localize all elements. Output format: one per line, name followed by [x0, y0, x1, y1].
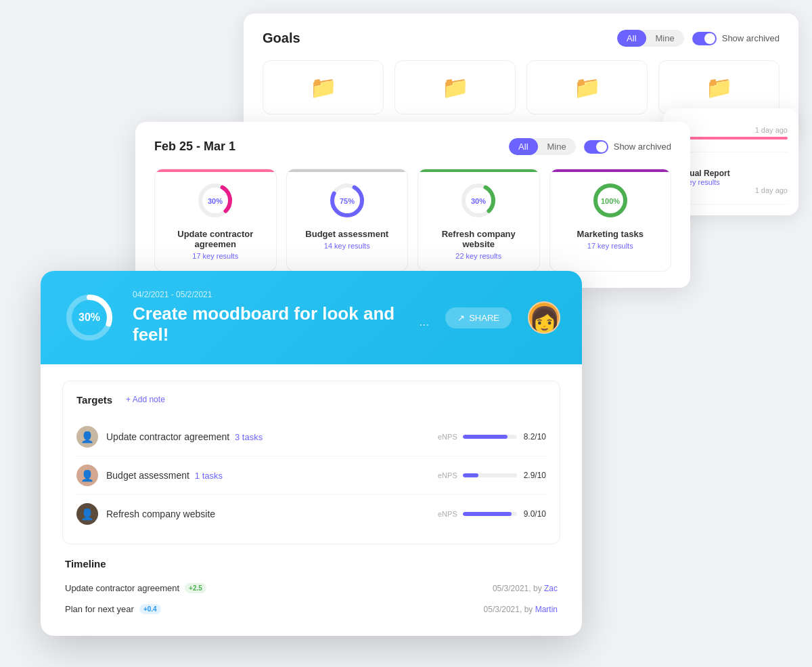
- enps-bar-container-3: [463, 512, 517, 516]
- target-row-3: 👤 Refresh company website eNPS 9.0/10: [76, 495, 546, 533]
- sprint-card-1[interactable]: 30% Update contractor agreemen 17 key re…: [154, 169, 277, 272]
- sprint-card-2-donut: 75%: [298, 180, 397, 221]
- goals-filter-all[interactable]: All: [617, 30, 646, 47]
- card-header: 30% 04/2/2021 - 05/2/2021 Create moodboa…: [41, 271, 582, 364]
- timeline-meta-2: 05/3/2021, by Martin: [484, 605, 558, 614]
- sprint-card-1-donut: 30%: [166, 180, 265, 221]
- folder-icon-3: 📁: [574, 74, 601, 100]
- goals-controls: All Mine Show archived: [617, 30, 780, 47]
- enps-value-3: 9.0/10: [522, 509, 546, 519]
- timeline-item-name-1: Update contractor agreement +2.5: [65, 583, 206, 593]
- sprint-card-4-meta: 17 key results: [561, 242, 660, 250]
- goals-filter-group: All Mine: [617, 30, 684, 47]
- sprint-card-1-meta: 17 key results: [166, 252, 265, 260]
- timeline-row-2: Plan for next year +0.4 05/3/2021, by Ma…: [65, 599, 558, 620]
- folder-card-1[interactable]: 📁: [263, 60, 384, 114]
- sprint-controls: All Mine Show archived: [509, 138, 671, 155]
- card-avatar: 👩: [528, 301, 560, 334]
- add-note-button[interactable]: + Add note: [120, 392, 171, 407]
- svg-text:100%: 100%: [601, 197, 620, 205]
- right-item-time-2: 1 day ago: [674, 186, 788, 194]
- sprint-filter-group: All Mine: [509, 138, 576, 155]
- goals-title: Goals: [263, 30, 300, 46]
- target-avatar-3: 👤: [76, 503, 98, 525]
- enps-label-3: eNPS: [438, 510, 457, 518]
- sprint-card-3-meta: 22 key results: [429, 252, 528, 260]
- target-avatar-2: 👤: [76, 465, 98, 486]
- timeline-badge-1: +2.5: [185, 583, 206, 593]
- card-header-info: 04/2/2021 - 05/2/2021 Create moodboard f…: [133, 290, 429, 345]
- folder-card-3[interactable]: 📁: [526, 60, 648, 114]
- target-name-3: Refresh company website: [106, 509, 430, 519]
- target-tasks-2[interactable]: 1 tasks: [195, 471, 223, 481]
- targets-title: Targets: [76, 394, 112, 406]
- sprint-panel: Feb 25 - Mar 1 All Mine Show archived 30…: [135, 122, 690, 288]
- target-tasks-1[interactable]: 3 tasks: [235, 432, 263, 442]
- goals-toggle-container: Show archived: [692, 32, 780, 45]
- folder-icon-4: 📁: [706, 74, 733, 100]
- targets-header: Targets + Add note: [76, 392, 546, 407]
- svg-text:75%: 75%: [340, 197, 355, 205]
- svg-text:30%: 30%: [471, 197, 486, 205]
- right-item-2[interactable]: 0% Annual Report 17 key results 1 day ag…: [674, 152, 788, 205]
- right-item-name: Annual Report: [674, 169, 788, 178]
- enps-bar-container-2: [463, 473, 517, 477]
- sprint-show-archived-toggle[interactable]: [584, 140, 608, 154]
- timeline-item-name-2: Plan for next year +0.4: [65, 604, 161, 614]
- share-button[interactable]: ↗ SHARE: [445, 307, 512, 328]
- sprint-card-2-name: Budget assessment: [298, 229, 397, 239]
- sprint-cards: 30% Update contractor agreemen 17 key re…: [154, 169, 671, 272]
- right-item-keyresults: 17 key results: [674, 178, 788, 186]
- target-avatar-1: 👤: [76, 426, 98, 448]
- sprint-card-3-donut: 30%: [429, 180, 528, 221]
- right-item-time-1: 1 day ago: [674, 126, 788, 134]
- card-body: Targets + Add note 👤 Update contractor a…: [41, 364, 582, 636]
- target-enps-2: eNPS 2.9/10: [438, 471, 546, 480]
- sprint-toggle-container: Show archived: [584, 140, 671, 154]
- enps-bar-2: [463, 473, 478, 477]
- right-item-1: 1 day ago: [674, 119, 788, 152]
- sprint-card-4[interactable]: 100% Marketing tasks 17 key results: [549, 169, 672, 272]
- goals-filter-mine[interactable]: Mine: [646, 30, 684, 47]
- sprint-header: Feb 25 - Mar 1 All Mine Show archived: [154, 138, 671, 155]
- avatar-face: 👩: [528, 307, 560, 333]
- timeline-author-1[interactable]: Zac: [544, 584, 558, 593]
- timeline-row-1: Update contractor agreement +2.5 05/3/20…: [65, 578, 558, 599]
- share-label: SHARE: [469, 313, 499, 323]
- enps-bar-container-1: [463, 435, 517, 439]
- target-enps-3: eNPS 9.0/10: [438, 509, 546, 519]
- enps-bar-3: [463, 512, 512, 516]
- timeline-badge-2: +0.4: [139, 604, 161, 614]
- main-card: 30% 04/2/2021 - 05/2/2021 Create moodboa…: [41, 271, 582, 636]
- target-enps-1: eNPS 8.2/10: [438, 432, 546, 442]
- target-row-2: 👤 Budget assessment 1 tasks eNPS 2.9/10: [76, 456, 546, 495]
- timeline-section: Timeline Update contractor agreement +2.…: [62, 558, 560, 620]
- folder-icon-2: 📁: [442, 74, 469, 100]
- card-donut-percent: 30%: [78, 311, 100, 324]
- sprint-filter-all[interactable]: All: [509, 138, 537, 155]
- sprint-card-1-name: Update contractor agreemen: [166, 229, 265, 249]
- sprint-card-3-name: Refresh company website: [429, 229, 528, 249]
- timeline-author-2[interactable]: Martin: [535, 605, 558, 614]
- enps-label-1: eNPS: [438, 433, 457, 441]
- target-name-2: Budget assessment 1 tasks: [106, 470, 430, 481]
- sprint-card-2-meta: 14 key results: [298, 242, 397, 250]
- right-item-percent: 0%: [674, 159, 788, 169]
- card-more-icon[interactable]: ···: [419, 318, 429, 332]
- sprint-card-4-name: Marketing tasks: [561, 229, 660, 239]
- svg-text:30%: 30%: [208, 197, 223, 205]
- sprint-card-3[interactable]: 30% Refresh company website 22 key resul…: [418, 169, 540, 272]
- enps-value-2: 2.9/10: [522, 471, 546, 480]
- sprint-filter-mine[interactable]: Mine: [538, 138, 576, 155]
- target-row-1: 👤 Update contractor agreement 3 tasks eN…: [76, 418, 546, 456]
- card-donut-container: 30%: [62, 291, 116, 345]
- sprint-card-2[interactable]: 75% Budget assessment 14 key results: [286, 169, 409, 272]
- goals-show-archived-toggle[interactable]: [692, 32, 717, 45]
- enps-label-2: eNPS: [438, 471, 457, 479]
- folder-card-4[interactable]: 📁: [658, 60, 780, 114]
- right-item-bar-pink: [674, 137, 788, 139]
- goals-header: Goals All Mine Show archived: [263, 30, 780, 47]
- folder-icon-1: 📁: [310, 74, 337, 100]
- folder-card-2[interactable]: 📁: [394, 60, 516, 114]
- enps-value-1: 8.2/10: [522, 432, 546, 442]
